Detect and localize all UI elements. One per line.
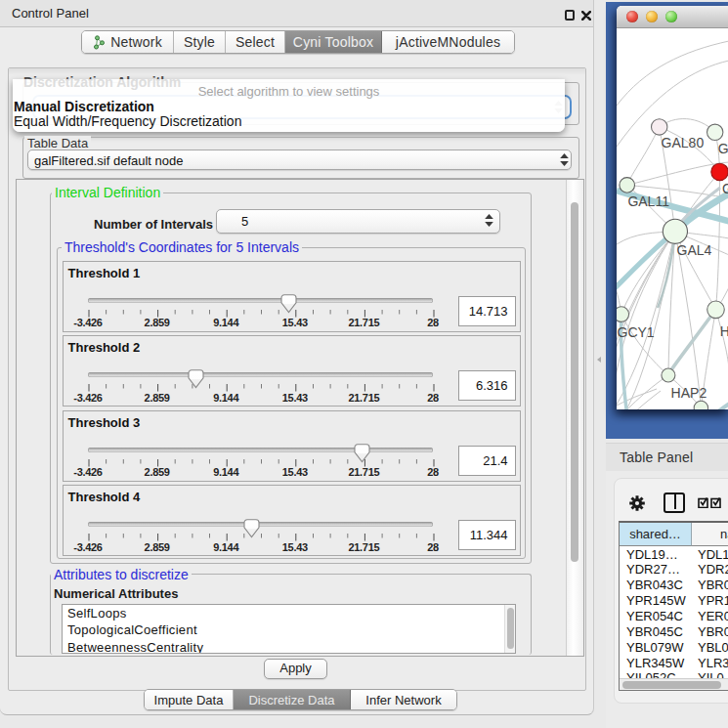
svg-text:GAL80: GAL80 <box>662 135 705 150</box>
svg-text:GCY1: GCY1 <box>618 324 655 340</box>
svg-text:GAL4: GAL4 <box>677 242 712 258</box>
svg-text:GAL8: GAL8 <box>718 141 728 156</box>
svg-text:HI: HI <box>720 323 728 339</box>
svg-text:G: G <box>722 181 728 196</box>
svg-text:GAL11: GAL11 <box>627 193 669 209</box>
svg-text:HAP2: HAP2 <box>671 385 707 401</box>
